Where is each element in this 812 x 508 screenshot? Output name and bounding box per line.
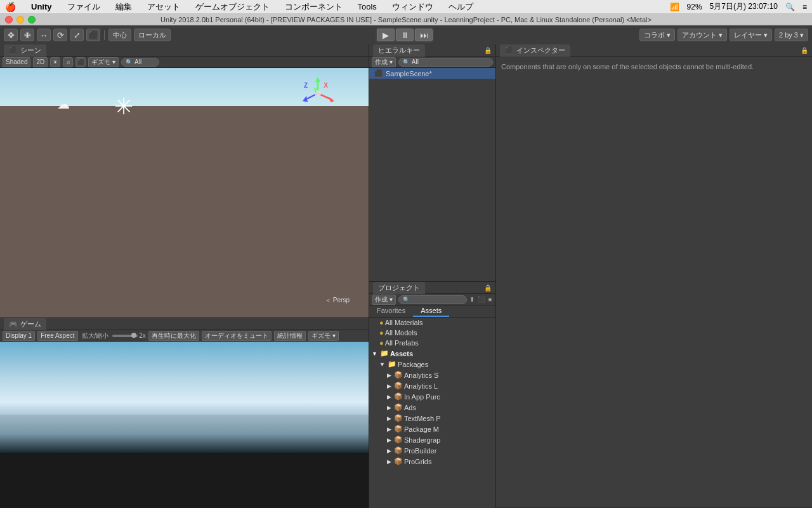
hierarchy-tab-label: ヒエラルキー (378, 46, 420, 55)
tree-probuilder[interactable]: ▶ 📦 ProBuilder (369, 445, 495, 456)
2d-button[interactable]: 2D (33, 57, 48, 67)
tree-textmesh[interactable]: ▶ 📦 TextMesh P (369, 413, 495, 424)
tree-analytics-l[interactable]: ▶ 📦 Analytics L (369, 380, 495, 391)
inspector-tab-icon: ⬛ (505, 46, 514, 55)
package-m-icon: 📦 (394, 425, 403, 433)
hierarchy-header: ヒエラルキー 🔒 (369, 44, 495, 57)
pivot-local-button[interactable]: ローカル (134, 29, 171, 41)
assets-tab[interactable]: Assets (413, 305, 449, 317)
hierarchy-panel-icons: 🔒 (484, 47, 492, 54)
shaded-dropdown[interactable]: Shaded (3, 57, 30, 67)
battery-status: 92% (687, 3, 702, 11)
scale-value: 2x (139, 332, 146, 339)
project-search[interactable]: 🔍 (398, 295, 467, 304)
progrids-icon: 📦 (394, 457, 403, 465)
menu-unity[interactable]: Unity (29, 2, 55, 11)
layer-button[interactable]: レイヤー ▾ (730, 29, 772, 41)
transform-tool-button[interactable]: ⬛ (86, 29, 100, 41)
inspector-tab[interactable]: ⬛ インスペクター (500, 44, 570, 57)
collab-button[interactable]: コラボ ▾ (639, 29, 675, 41)
scene-toolbar: Shaded 2D ☀ ♫ ⬛ ギズモ ▾ 🔍 All (0, 57, 369, 68)
pivot-center-button[interactable]: 中心 (108, 29, 131, 41)
tree-all-models[interactable]: ● All Models (369, 328, 495, 338)
menu-assets[interactable]: アセット (145, 1, 183, 13)
close-button[interactable] (5, 16, 13, 23)
project-icon-3[interactable]: ★ (487, 296, 493, 303)
tree-ads[interactable]: ▶ 📦 Ads (369, 402, 495, 413)
hierarchy-search[interactable]: 🔍 All (398, 58, 493, 67)
game-gizmos-btn[interactable]: ギズモ ▾ (308, 331, 339, 341)
favorites-tab[interactable]: Favorites (369, 305, 413, 317)
game-tab[interactable]: 🎮 ゲーム (4, 318, 46, 330)
hierarchy-item-samplescene[interactable]: ⬛ SampleScene* (369, 68, 495, 79)
maximize-button[interactable] (28, 16, 36, 23)
project-lock-icon[interactable]: 🔒 (484, 284, 492, 291)
hierarchy-create-btn[interactable]: 作成 ▾ (372, 57, 396, 67)
play-button[interactable]: ▶ (377, 29, 395, 41)
tree-all-prefabs[interactable]: ● All Prefabs (369, 338, 495, 348)
scene-view[interactable]: ✳ ☁ X Y Z (0, 68, 369, 318)
scene-search[interactable]: 🔍 All (121, 58, 159, 67)
tree-assets[interactable]: ▼ 📁 Assets (369, 348, 495, 359)
stats-btn[interactable]: 統計情報 (274, 331, 306, 341)
step-button[interactable]: ⏭ (415, 29, 433, 41)
menu-window[interactable]: ウィンドウ (390, 1, 436, 13)
menu-file[interactable]: ファイル (65, 1, 103, 13)
project-create-btn[interactable]: 作成 ▾ (372, 295, 396, 305)
display-dropdown[interactable]: Display 1 (3, 331, 35, 341)
svg-marker-5 (303, 96, 308, 102)
tree-shadergraph[interactable]: ▶ 📦 Shadergrap (369, 434, 495, 445)
hierarchy-tab[interactable]: ヒエラルキー (373, 44, 425, 57)
mute-btn[interactable]: オーディオをミュート (202, 331, 272, 341)
menubar: 🍎 Unity ファイル 編集 アセット ゲームオブジェクト コンポーネント T… (0, 0, 812, 14)
layout-button[interactable]: 2 by 3 ▾ (775, 29, 808, 41)
menu-component[interactable]: コンポーネント (282, 1, 345, 13)
controls-icon[interactable]: ≡ (802, 3, 807, 11)
hand-tool-button[interactable]: ✥ (4, 29, 18, 41)
lighting-toggle[interactable]: ☀ (50, 57, 60, 67)
gizmos-dropdown[interactable]: ギズモ ▾ (88, 57, 119, 67)
game-panel-header: 🎮 ゲーム (0, 318, 369, 330)
apple-menu[interactable]: 🍎 (5, 2, 16, 12)
scale-tool-button[interactable]: ⟳ (53, 29, 67, 41)
minimize-button[interactable] (16, 16, 24, 23)
assets-arrow-icon: ▼ (372, 351, 377, 357)
analytics-s-arrow: ▶ (387, 372, 391, 378)
textmesh-label: TextMesh P (404, 415, 440, 422)
search-icon[interactable]: 🔍 (785, 3, 795, 11)
hierarchy-lock-icon[interactable]: 🔒 (484, 47, 492, 54)
menu-help[interactable]: ヘルプ (446, 1, 476, 13)
menu-edit[interactable]: 編集 (113, 1, 134, 13)
inspector-lock-icon[interactable]: 🔒 (801, 47, 808, 54)
rect-tool-button[interactable]: ⤢ (70, 29, 84, 41)
move-tool-button[interactable]: ✙ (20, 29, 34, 41)
tree-packages[interactable]: ▼ 📁 Packages (369, 359, 495, 370)
effects-toggle[interactable]: ⬛ (75, 57, 86, 67)
all-prefabs-label: All Prefabs (385, 339, 419, 347)
in-app-icon: 📦 (394, 392, 403, 401)
tree-package-m[interactable]: ▶ 📦 Package M (369, 424, 495, 434)
menu-gameobject[interactable]: ゲームオブジェクト (193, 1, 272, 13)
tree-in-app-purchase[interactable]: ▶ 📦 In App Purc (369, 391, 495, 402)
project-tree: ● All Materials ● All Models ● All Prefa… (369, 318, 495, 508)
pause-button[interactable]: ⏸ (396, 29, 414, 41)
aspect-dropdown[interactable]: Free Aspect (37, 331, 77, 341)
scene-gizmo[interactable]: X Y Z (299, 74, 337, 112)
tree-analytics-s[interactable]: ▶ 📦 Analytics S (369, 370, 495, 380)
scene-panel-header: ⬛ シーン (0, 44, 369, 57)
tree-all-materials[interactable]: ● All Materials (369, 318, 495, 328)
account-button[interactable]: アカウント ▾ (678, 29, 727, 41)
project-icon-2[interactable]: ⬛ (477, 296, 485, 303)
main-content: ⬛ シーン Shaded 2D ☀ ♫ ⬛ ギズモ ▾ 🔍 All ✳ (0, 44, 812, 508)
rotate-tool-button[interactable]: ↔ (37, 29, 51, 41)
tree-progrids[interactable]: ▶ 📦 ProGrids (369, 456, 495, 467)
game-water (0, 415, 369, 453)
maximize-btn[interactable]: 再生時に最大化 (148, 331, 199, 341)
in-app-label: In App Purc (404, 393, 440, 401)
project-tab[interactable]: プロジェクト (373, 282, 425, 294)
scale-slider[interactable]: 2x (112, 332, 146, 339)
audio-toggle[interactable]: ♫ (63, 57, 73, 67)
scene-tab[interactable]: ⬛ シーン (4, 44, 46, 57)
project-icon-1[interactable]: ⬆ (469, 296, 475, 303)
menu-tools[interactable]: Tools (355, 2, 379, 11)
